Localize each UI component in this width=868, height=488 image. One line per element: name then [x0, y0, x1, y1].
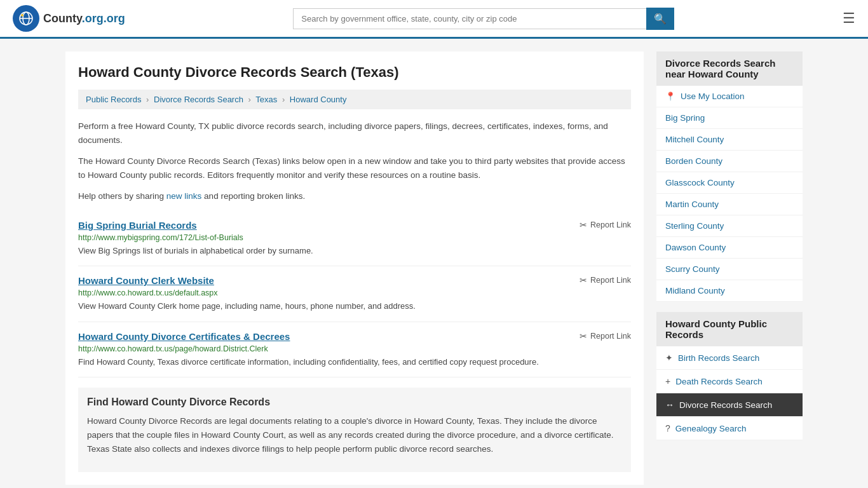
pub-record-icon: ↔	[665, 400, 674, 410]
nearby-list-item: Scurry County	[656, 259, 803, 280]
nearby-list: 📍Use My LocationBig SpringMitchell Count…	[656, 86, 803, 302]
report-icon: ✂	[580, 220, 587, 230]
public-records-box: Howard County Public Records ✦Birth Reco…	[656, 312, 803, 440]
nearby-county-link[interactable]: Borden County	[656, 151, 803, 172]
nearby-county-link[interactable]: Glasscock County	[656, 172, 803, 193]
pub-record-list-item: +Death Records Search	[656, 370, 803, 393]
logo-area: County.org.org	[13, 5, 125, 32]
public-records-header: Howard County Public Records	[656, 312, 803, 346]
content-area: Howard County Divorce Records Search (Te…	[65, 51, 644, 485]
record-desc: Find Howard County, Texas divorce certif…	[78, 356, 631, 369]
nearby-list-item: Dawson County	[656, 237, 803, 259]
new-links-link[interactable]: new links	[166, 191, 202, 201]
logo-icon	[13, 5, 39, 32]
breadcrumb-howard-county[interactable]: Howard County	[290, 95, 347, 104]
nearby-county-link[interactable]: Midland County	[656, 280, 803, 301]
record-desc: View Big Springs list of burials in alph…	[78, 245, 631, 257]
nearby-list-item: Borden County	[656, 151, 803, 172]
nearby-list-item: Midland County	[656, 280, 803, 302]
record-desc: View Howard County Clerk home page, incl…	[78, 300, 631, 313]
nearby-list-item: Martin County	[656, 194, 803, 215]
record-item: Howard County Divorce Certificates & Dec…	[78, 322, 631, 378]
pub-record-icon: +	[665, 376, 670, 386]
pub-record-link[interactable]: ?Genealogy Search	[656, 417, 803, 440]
nearby-list-item: Big Spring	[656, 107, 803, 129]
page-title: Howard County Divorce Records Search (Te…	[78, 64, 631, 81]
public-records-list: ✦Birth Records Search+Death Records Sear…	[656, 346, 803, 440]
find-section-text: Howard County Divorce Records are legal …	[87, 414, 622, 456]
sidebar: Divorce Records Search near Howard Count…	[656, 51, 803, 485]
report-icon: ✂	[580, 331, 587, 341]
use-my-location-link[interactable]: 📍Use My Location	[656, 86, 803, 107]
location-icon: 📍	[665, 92, 675, 101]
report-link[interactable]: ✂ Report Link	[580, 220, 631, 230]
nearby-county-link[interactable]: Big Spring	[656, 107, 803, 128]
find-section-title: Find Howard County Divorce Records	[87, 396, 622, 408]
pub-record-list-item: ?Genealogy Search	[656, 417, 803, 440]
record-item: Big Spring Burial Records ✂ Report Link …	[78, 211, 631, 267]
breadcrumb-divorce-records[interactable]: Divorce Records Search	[154, 95, 243, 104]
find-section: Find Howard County Divorce Records Howar…	[78, 388, 631, 472]
nearby-list-item: Sterling County	[656, 215, 803, 237]
svg-point-4	[21, 14, 24, 17]
nearby-county-link[interactable]: Sterling County	[656, 215, 803, 236]
report-icon: ✂	[580, 275, 587, 285]
search-input[interactable]	[293, 8, 646, 29]
report-link[interactable]: ✂ Report Link	[580, 331, 631, 341]
breadcrumb-texas[interactable]: Texas	[255, 95, 277, 104]
nearby-box: Divorce Records Search near Howard Count…	[656, 51, 803, 302]
breadcrumb: Public Records › Divorce Records Search …	[78, 90, 631, 109]
nearby-county-link[interactable]: Martin County	[656, 194, 803, 215]
record-title-link[interactable]: Big Spring Burial Records	[78, 220, 197, 231]
record-item: Howard County Clerk Website ✂ Report Lin…	[78, 266, 631, 322]
intro-text-3: Help others by sharing new links and rep…	[78, 189, 631, 203]
pub-record-link[interactable]: +Death Records Search	[656, 370, 803, 393]
record-title-link[interactable]: Howard County Clerk Website	[78, 275, 214, 286]
report-link[interactable]: ✂ Report Link	[580, 275, 631, 285]
nearby-county-link[interactable]: Scurry County	[656, 259, 803, 280]
nearby-list-item: Mitchell County	[656, 129, 803, 151]
search-area: 🔍	[293, 8, 674, 30]
nearby-list-item: Glasscock County	[656, 172, 803, 194]
record-url: http://www.co.howard.tx.us/page/howard.D…	[78, 344, 631, 353]
nearby-list-item: 📍Use My Location	[656, 86, 803, 107]
records-list: Big Spring Burial Records ✂ Report Link …	[78, 211, 631, 378]
record-title-link[interactable]: Howard County Divorce Certificates & Dec…	[78, 331, 290, 342]
intro-text-2: The Howard County Divorce Records Search…	[78, 154, 631, 182]
pub-record-icon: ?	[665, 423, 670, 433]
pub-record-icon: ✦	[665, 353, 673, 363]
record-url: http://www.co.howard.tx.us/default.aspx	[78, 288, 631, 297]
nearby-header: Divorce Records Search near Howard Count…	[656, 51, 803, 86]
main-container: Howard County Divorce Records Search (Te…	[53, 39, 815, 488]
record-url: http://www.mybigspring.com/172/List-of-B…	[78, 233, 631, 242]
pub-record-link[interactable]: ↔Divorce Records Search	[656, 393, 803, 416]
intro-text-1: Perform a free Howard County, TX public …	[78, 119, 631, 147]
breadcrumb-public-records[interactable]: Public Records	[86, 95, 141, 104]
pub-record-list-item: ✦Birth Records Search	[656, 346, 803, 370]
nearby-county-link[interactable]: Mitchell County	[656, 129, 803, 150]
menu-icon[interactable]: ☰	[843, 10, 855, 27]
site-header: County.org.org 🔍 ☰	[0, 0, 868, 39]
nearby-county-link[interactable]: Dawson County	[656, 237, 803, 258]
logo-text: County.org.org	[43, 12, 125, 25]
pub-record-list-item: ↔Divorce Records Search	[656, 393, 803, 417]
search-button[interactable]: 🔍	[646, 8, 674, 30]
pub-record-link[interactable]: ✦Birth Records Search	[656, 346, 803, 369]
